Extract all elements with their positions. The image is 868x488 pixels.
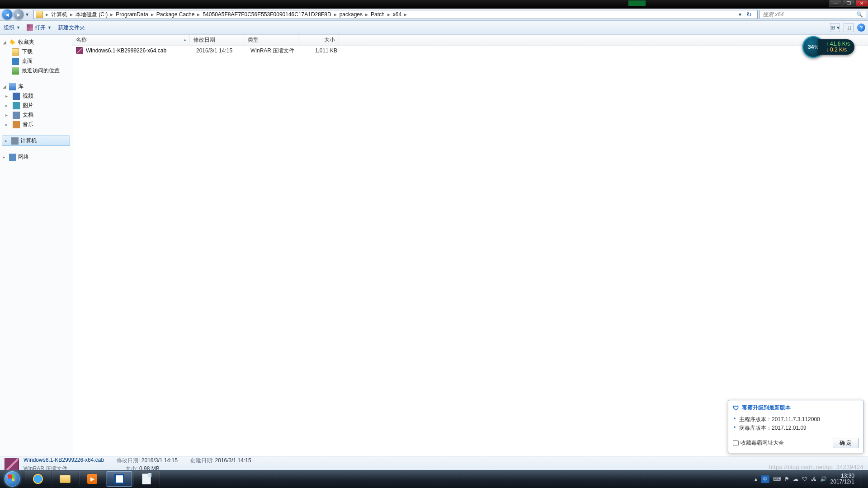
organize-button[interactable]: 组织▼ <box>4 24 20 32</box>
details-filename: Windows6.1-KB2999226-x64.cab <box>24 457 104 463</box>
av-ok-button[interactable]: 确 定 <box>833 438 859 448</box>
address-bar-row: ◄ ► ▾ ▸ 计算机▸ 本地磁盘 (C:)▸ ProgramData▸ Pac… <box>0 9 868 21</box>
crumb-patch[interactable]: Patch <box>369 11 387 18</box>
tray-volume-icon[interactable]: 🔊 <box>820 476 827 482</box>
refresh-button[interactable]: ↻ <box>745 10 754 19</box>
search-input[interactable]: 搜索 x64 🔍 <box>760 10 866 19</box>
nav-group-favorites[interactable]: ◢收藏夹 <box>0 38 72 47</box>
file-list-pane: 名称 修改日期 类型 大小 Windows6.1-KB2999226-x64.c… <box>72 35 868 456</box>
pictures-icon <box>13 102 20 109</box>
column-headers: 名称 修改日期 类型 大小 <box>72 35 868 46</box>
ime-indicator[interactable]: 中 <box>761 475 769 483</box>
crumb-programdata[interactable]: ProgramData <box>114 11 150 18</box>
taskbar-explorer[interactable] <box>52 471 78 487</box>
nav-computer[interactable]: ▸计算机 <box>2 136 70 146</box>
tray-cloud-icon[interactable]: ☁ <box>793 476 798 482</box>
search-icon: 🔍 <box>856 11 863 18</box>
av-virus-db-version: 病毒库版本：2017.12.01.09 <box>739 424 859 432</box>
star-icon <box>9 39 16 46</box>
minimize-button[interactable]: — <box>829 0 842 7</box>
archive-file-icon <box>76 47 83 54</box>
nav-music[interactable]: ▸音乐 <box>0 120 72 129</box>
new-folder-button[interactable]: 新建文件夹 <box>58 24 85 32</box>
tray-av-icon[interactable]: 🛡 <box>802 476 807 482</box>
tray-security-icon[interactable]: ⚑ <box>784 476 789 482</box>
recent-icon <box>12 67 19 75</box>
watermark-text: https://blog.csdn.net/qq_34239424 <box>769 464 863 470</box>
tray-keyboard-icon[interactable]: ⌨ <box>773 476 781 482</box>
start-button[interactable] <box>0 470 24 488</box>
file-size: 1,011 KB <box>301 47 342 54</box>
network-speed-panel: ↑ 41.6 K/s ↓ 0.2 K/s <box>818 39 854 55</box>
crumb-packagecache[interactable]: Package Cache <box>155 11 197 18</box>
crumb-guid[interactable]: 54050A5F8AE7F0C56E553F0090146C17A1D28F8D <box>201 11 333 18</box>
close-button[interactable]: ✕ <box>855 0 868 7</box>
preview-pane-button[interactable]: ◫ <box>844 23 854 32</box>
maximize-button[interactable]: ❐ <box>842 0 855 7</box>
crumb-packages[interactable]: packages <box>338 11 364 18</box>
desktop-icon <box>12 58 19 65</box>
tray-overflow-icon[interactable]: ▴ <box>755 476 757 482</box>
nav-forward-button[interactable]: ► <box>13 9 24 20</box>
folder-icon <box>60 475 71 483</box>
taskbar: ▶ ▴ 中 ⌨ ⚑ ☁ 🛡 🖧 🔊 13:30 2017/12/1 <box>0 470 868 488</box>
network-monitor-widget[interactable]: 34% ↑ 41.6 K/s ↓ 0.2 K/s <box>802 36 854 58</box>
shield-icon: 🛡 <box>733 404 739 412</box>
command-toolbar: 组织▼ 打开▼ 新建文件夹 ⊞ ▾ ◫ ? <box>0 21 868 35</box>
taskbar-mediaplayer[interactable]: ▶ <box>79 471 105 487</box>
col-date[interactable]: 修改日期 <box>190 35 244 45</box>
nav-downloads[interactable]: 下载 <box>0 47 72 56</box>
details-modified-label: 修改日期: <box>117 457 140 464</box>
window-titlebar: — ❐ ✕ <box>0 0 868 9</box>
search-placeholder: 搜索 x64 <box>763 11 784 19</box>
col-type[interactable]: 类型 <box>244 35 298 45</box>
antivirus-update-popup: 🛡毒霸升级到最新版本 主程序版本：2017.11.7.3.112000 病毒库版… <box>728 400 863 453</box>
show-desktop-button[interactable] <box>860 471 864 487</box>
notepad-icon <box>142 474 151 484</box>
navigation-pane: ◢收藏夹 下载 桌面 最近访问的位置 ◢库 ▸视频 ▸图片 ▸文档 ▸音乐 ▸计… <box>0 35 72 456</box>
details-modified-value: 2016/3/1 14:15 <box>142 457 178 464</box>
view-options-button[interactable]: ⊞ ▾ <box>830 23 840 32</box>
nav-pictures[interactable]: ▸图片 <box>0 101 72 110</box>
nav-recent[interactable]: 最近访问的位置 <box>0 66 72 75</box>
crumb-drive[interactable]: 本地磁盘 (C:) <box>74 11 109 19</box>
documents-icon <box>13 112 20 119</box>
downloads-icon <box>12 48 19 56</box>
nav-documents[interactable]: ▸文档 <box>0 110 72 120</box>
breadcrumb-bar[interactable]: ▸ 计算机▸ 本地磁盘 (C:)▸ ProgramData▸ Package C… <box>33 10 758 19</box>
taskbar-ie[interactable] <box>25 471 51 487</box>
taskbar-notepad[interactable] <box>133 471 160 487</box>
tray-clock[interactable]: 13:30 2017/12/1 <box>830 473 854 485</box>
gpu-indicator <box>628 0 646 6</box>
network-icon <box>9 154 16 161</box>
taskbar-installer[interactable] <box>106 471 132 487</box>
av-favorite-checkbox[interactable]: 收藏毒霸网址大全 <box>733 439 784 447</box>
nav-desktop[interactable]: 桌面 <box>0 56 72 66</box>
ie-icon <box>33 474 43 484</box>
open-button[interactable]: 打开▼ <box>27 24 52 32</box>
file-name: Windows6.1-KB2999226-x64.cab <box>86 47 193 54</box>
file-date: 2016/3/1 14:15 <box>193 47 247 54</box>
av-title: 毒霸升级到最新版本 <box>742 404 791 412</box>
system-tray: ▴ 中 ⌨ ⚑ ☁ 🛡 🖧 🔊 13:30 2017/12/1 <box>751 471 868 487</box>
av-program-version: 主程序版本：2017.11.7.3.112000 <box>739 415 859 424</box>
video-icon <box>13 93 20 100</box>
tray-network-icon[interactable]: 🖧 <box>811 476 816 482</box>
details-created-label: 创建日期: <box>190 457 213 464</box>
file-row[interactable]: Windows6.1-KB2999226-x64.cab 2016/3/1 14… <box>72 46 868 56</box>
nav-group-libraries[interactable]: ◢库 <box>0 82 72 91</box>
nav-video[interactable]: ▸视频 <box>0 91 72 101</box>
crumb-computer[interactable]: 计算机 <box>49 11 69 19</box>
mediaplayer-icon: ▶ <box>87 474 97 484</box>
nav-network[interactable]: ▸网络 <box>0 152 72 162</box>
col-name[interactable]: 名称 <box>72 35 190 45</box>
details-created-value: 2016/3/1 14:15 <box>215 457 251 464</box>
nav-history-dropdown[interactable]: ▾ <box>24 11 30 18</box>
col-size[interactable]: 大小 <box>298 35 339 45</box>
crumb-x64[interactable]: x64 <box>391 11 403 18</box>
library-icon <box>9 83 16 90</box>
address-dropdown-icon[interactable]: ▾ <box>736 11 744 18</box>
file-type: WinRAR 压缩文件 <box>247 47 301 55</box>
help-button[interactable]: ? <box>857 23 865 32</box>
nav-back-button[interactable]: ◄ <box>2 9 13 20</box>
